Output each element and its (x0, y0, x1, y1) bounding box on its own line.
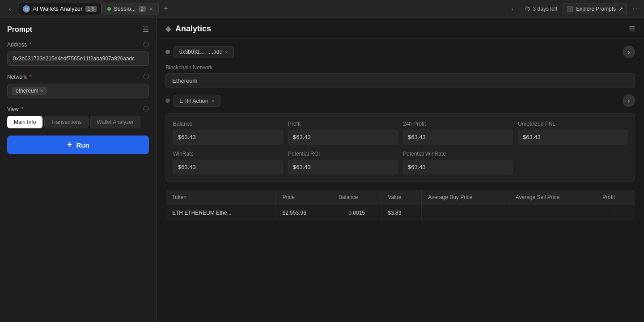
network-label-text: Network (7, 74, 27, 80)
blockchain-section: Blockchain Network Ethereum (165, 64, 635, 88)
profit-value: $63.43 (288, 130, 398, 144)
analytics-icon: ◈ (165, 25, 171, 33)
explore-prompts-button[interactable]: ⬛ Explore Prompts ↗ (563, 4, 627, 14)
eth-nav-right-button[interactable]: › (623, 94, 635, 107)
address-info-icon[interactable]: ⓘ (143, 41, 149, 49)
col-token: Token (166, 190, 276, 205)
back-button[interactable]: ‹ (4, 3, 16, 15)
token-table: Token Price Balance Value Average Buy Pr… (165, 189, 635, 221)
trial-text: 3 days left (533, 6, 558, 12)
address-tab-bar: 0x3b031.... ....adc × › (165, 46, 635, 58)
table-body: ETH ETHEREUM Ethe... $2,553.96 0.0015 $3… (166, 205, 635, 221)
right-content: 0x3b031.... ....adc × › Blockchain Netwo… (157, 38, 644, 322)
app-title-label: AI Wallets Analyzer (33, 5, 83, 12)
external-link-icon: ↗ (619, 6, 623, 12)
right-panel: ◈ Analytics ☰ 0x3b031.... ....adc × › Bl… (157, 18, 644, 322)
right-arrow-button[interactable]: › (506, 3, 519, 15)
analytics-menu-button[interactable]: ☰ (629, 25, 635, 33)
ethereum-tag: ethereum × (12, 87, 47, 95)
view-tab-main-info[interactable]: Main Info (7, 116, 42, 128)
main-layout: Prompt ☰ Address * ⓘ 0x3b031733e215e4edf… (0, 18, 644, 322)
view-required-marker: * (21, 106, 24, 112)
analytics-header: ◈ Analytics ☰ (157, 18, 644, 38)
network-info-icon[interactable]: ⓘ (143, 73, 149, 81)
view-info-icon[interactable]: ⓘ (143, 105, 149, 113)
profit-stat: Profit $63.43 (288, 121, 398, 144)
run-button[interactable]: ✦ Run (7, 136, 149, 154)
view-tabs: Main Info Transactions Wallet Analyzer (7, 116, 149, 128)
view-field-group: View * ⓘ Main Info Transactions Wallet A… (7, 105, 149, 128)
potential-winrate-value: $63.43 (403, 160, 513, 174)
winrate-value: $63.43 (173, 160, 283, 174)
value-cell: $3.83 (381, 205, 422, 221)
trial-info: ⏱ 3 days left (524, 5, 558, 13)
address-required-marker: * (30, 42, 32, 48)
eth-action-tab[interactable]: ETH Action × (174, 95, 220, 107)
potential-roi-stat: Potential ROI $63.43 (288, 151, 398, 174)
unrealized-pnl-value: $63.43 (518, 130, 627, 144)
profit-cell: - (596, 205, 635, 221)
address-tab-close-button[interactable]: × (225, 49, 228, 55)
view-tab-wallet-analyzer[interactable]: Wallet Analyzer (90, 116, 140, 128)
unrealized-pnl-label: Unrealized PNL (518, 121, 627, 127)
col-value: Value (381, 190, 422, 205)
view-tab-transactions[interactable]: Transactions (44, 116, 88, 128)
table-header-row: Token Price Balance Value Average Buy Pr… (166, 190, 635, 205)
table-row: ETH ETHEREUM Ethe... $2,553.96 0.0015 $3… (166, 205, 635, 221)
col-avg-sell: Average Sell Price (509, 190, 596, 205)
address-input[interactable]: 0x3b031733e215e4edf7565e11f2aba907a826aa… (7, 51, 149, 66)
eth-action-tab-close-button[interactable]: × (211, 97, 215, 104)
balance-value: $63.43 (173, 130, 283, 144)
prompt-menu-button[interactable]: ☰ (143, 25, 149, 34)
address-tab-label: 0x3b031.... ....adc (179, 49, 222, 55)
left-panel: Prompt ☰ Address * ⓘ 0x3b031733e215e4edf… (0, 18, 157, 322)
tab-group: 🤖 AI Wallets Analyzer 1.5 Sessio... 2 × … (18, 3, 504, 15)
app-icon: 🤖 (23, 5, 30, 13)
explore-prompts-label: Explore Prompts (576, 6, 616, 12)
session-group: Sessio... 2 (107, 5, 146, 12)
address-nav-right-button[interactable]: › (623, 46, 635, 58)
empty-stat (518, 151, 627, 174)
potential-winrate-label: Potential WinRate (403, 151, 513, 157)
session-close-button[interactable]: × (148, 6, 154, 12)
view-label-text: View (7, 106, 19, 112)
col-price: Price (276, 190, 332, 205)
token-cell: ETH ETHEREUM Ethe... (166, 205, 276, 221)
address-tab[interactable]: 0x3b031.... ....adc × (174, 46, 234, 58)
terminal-icon: ⬛ (567, 6, 573, 12)
stats-row-2: WinRate $63.43 Potential ROI $63.43 Pote… (173, 151, 627, 174)
more-options-button[interactable]: ··· (632, 4, 640, 13)
stats-row-1: Balance $63.43 Profit $63.43 24h Profit … (173, 121, 627, 144)
run-icon: ✦ (67, 141, 72, 149)
tab-ai-wallets[interactable]: 🤖 AI Wallets Analyzer 1.5 (18, 3, 102, 15)
stats-section: Balance $63.43 Profit $63.43 24h Profit … (165, 113, 635, 182)
price-cell: $2,553.96 (276, 205, 332, 221)
new-tab-button[interactable]: + (160, 3, 172, 15)
table-header: Token Price Balance Value Average Buy Pr… (166, 190, 635, 205)
ethereum-tag-label: ethereum (16, 88, 38, 94)
session-label: Sessio... (114, 5, 136, 12)
prompt-title: Prompt (7, 25, 32, 34)
blockchain-network-label: Blockchain Network (165, 64, 635, 71)
network-tag-input[interactable]: ethereum × (7, 84, 149, 98)
blockchain-network-value: Ethereum (165, 73, 635, 88)
timer-icon: ⏱ (524, 5, 530, 13)
balance-stat: Balance $63.43 (173, 121, 283, 144)
session-count-badge: 2 (139, 6, 146, 12)
address-field-group: Address * ⓘ 0x3b031733e215e4edf7565e11f2… (7, 41, 149, 66)
winrate-label: WinRate (173, 151, 283, 157)
profit-24h-label: 24h Profit (403, 121, 513, 127)
unrealized-pnl-stat: Unrealized PNL $63.43 (518, 121, 627, 144)
balance-cell: 0.0015 (332, 205, 381, 221)
profit-24h-value: $63.43 (403, 130, 513, 144)
eth-tab-dot (165, 98, 170, 103)
network-field-group: Network * ⓘ ethereum × (7, 73, 149, 98)
address-label-text: Address (7, 42, 27, 48)
session-status-dot (107, 7, 111, 11)
avg-buy-cell: - (422, 205, 509, 221)
col-profit: Profit (596, 190, 635, 205)
ethereum-tag-remove-button[interactable]: × (40, 88, 43, 93)
col-balance: Balance (332, 190, 381, 205)
tab-session[interactable]: Sessio... 2 × (102, 3, 159, 15)
eth-action-tab-bar: ETH Action × › (165, 94, 635, 107)
